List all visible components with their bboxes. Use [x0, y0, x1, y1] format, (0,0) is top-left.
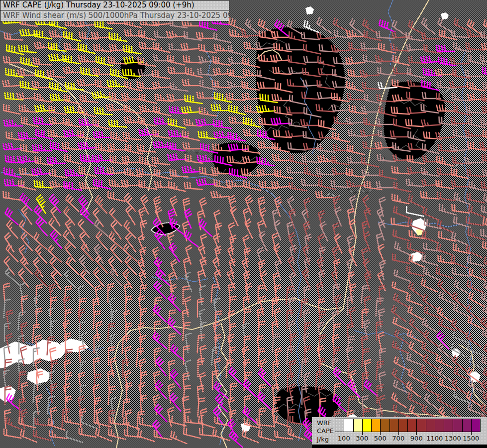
wind-barb	[483, 130, 487, 140]
wind-barb	[169, 334, 176, 352]
wind-barb	[229, 430, 243, 448]
wind-barb	[379, 197, 386, 217]
wind-barb	[154, 117, 173, 124]
legend-tick-label: 500	[374, 435, 387, 442]
wind-barb	[64, 31, 81, 41]
legend-cell	[462, 419, 472, 432]
wind-barb	[334, 259, 340, 279]
legend-cell	[453, 419, 462, 432]
wind-barb	[17, 155, 37, 162]
wind-barb	[319, 247, 326, 267]
wind-barb	[5, 267, 19, 285]
wind-barb	[468, 343, 485, 355]
wind-barb	[422, 230, 439, 243]
legend-cell	[435, 419, 444, 432]
wind-barb	[483, 169, 487, 176]
legend-cell	[471, 419, 481, 432]
wind-barb	[18, 132, 37, 138]
wind-barb	[154, 169, 172, 179]
wind-barb	[288, 428, 305, 440]
wind-barb	[481, 118, 487, 125]
wind-barb	[304, 286, 310, 306]
wind-barb	[362, 349, 370, 367]
wind-barb	[21, 323, 27, 342]
wind-barb	[79, 299, 87, 317]
wind-barb	[17, 93, 36, 99]
wind-barb	[439, 318, 456, 331]
wind-barb	[273, 154, 292, 160]
title-bar-cape: WRF CAPE (J/kg) Thursday 23-10-2025 09:0…	[0, 0, 229, 10]
wind-barb	[79, 107, 96, 117]
wind-barb	[484, 19, 487, 33]
wind-barb	[422, 32, 441, 39]
wind-barb	[4, 300, 11, 318]
wind-barb	[168, 317, 181, 335]
wind-barb	[437, 394, 453, 408]
legend-label-cape: CAPE	[317, 427, 334, 435]
wind-barb	[65, 349, 73, 368]
wind-barb	[379, 19, 395, 32]
wind-barb	[302, 268, 310, 288]
wind-barb	[454, 216, 471, 227]
legend-cell	[444, 419, 453, 432]
wind-barb	[438, 192, 456, 201]
legend-label-wrf: WRF	[317, 419, 331, 427]
wind-barb	[421, 56, 440, 63]
wind-barb	[6, 244, 18, 262]
wind-barb	[393, 229, 410, 241]
wind-barb	[139, 30, 156, 40]
wind-barb	[108, 143, 127, 150]
wind-barb	[196, 118, 215, 125]
wind-barb	[94, 268, 104, 287]
legend-bottom-strip	[312, 445, 487, 448]
wind-barb	[257, 418, 275, 427]
wind-barb	[275, 348, 282, 368]
wind-barb	[184, 386, 191, 404]
wind-barb	[171, 431, 187, 444]
legend-cell	[362, 419, 372, 432]
wind-barb	[62, 409, 70, 428]
wind-barb	[422, 341, 438, 355]
wind-barb	[347, 81, 364, 92]
wind-barb	[168, 67, 187, 73]
wind-barb	[197, 335, 205, 353]
wind-barb	[423, 155, 442, 162]
wind-barb	[229, 57, 248, 63]
wind-barb	[437, 168, 456, 174]
wind-barb	[3, 56, 22, 63]
wind-barb	[258, 197, 265, 217]
wind-barb	[183, 142, 202, 149]
wind-barb	[139, 93, 157, 104]
wind-barb	[79, 118, 98, 125]
wind-barb	[228, 132, 246, 141]
wind-barb	[2, 80, 22, 87]
wind-barb	[80, 362, 87, 380]
legend-cell	[416, 419, 426, 432]
wind-barb	[19, 399, 26, 418]
wind-barb	[92, 91, 111, 98]
wind-barb	[96, 322, 102, 341]
wind-barb	[392, 20, 407, 36]
wind-barb	[436, 267, 454, 278]
wind-barb	[379, 309, 385, 329]
wind-barb	[109, 119, 127, 127]
wind-barb	[81, 270, 94, 287]
wind-barb	[346, 117, 366, 123]
wind-barb	[139, 42, 158, 48]
wind-barb	[65, 154, 82, 164]
wind-barb	[95, 196, 107, 214]
wind-barb	[319, 312, 326, 330]
wind-barb	[200, 345, 206, 365]
wind-barb	[423, 354, 439, 369]
wind-barb	[18, 180, 36, 190]
wind-barb	[138, 144, 156, 152]
wind-barb	[348, 297, 354, 316]
wind-barb	[20, 256, 33, 274]
wind-barb	[94, 335, 100, 353]
wind-barb	[4, 429, 22, 438]
wind-barb	[94, 179, 111, 189]
wind-barb	[361, 129, 380, 136]
wind-barb	[465, 157, 484, 163]
wind-barb	[482, 106, 487, 112]
wind-barb	[437, 243, 454, 255]
